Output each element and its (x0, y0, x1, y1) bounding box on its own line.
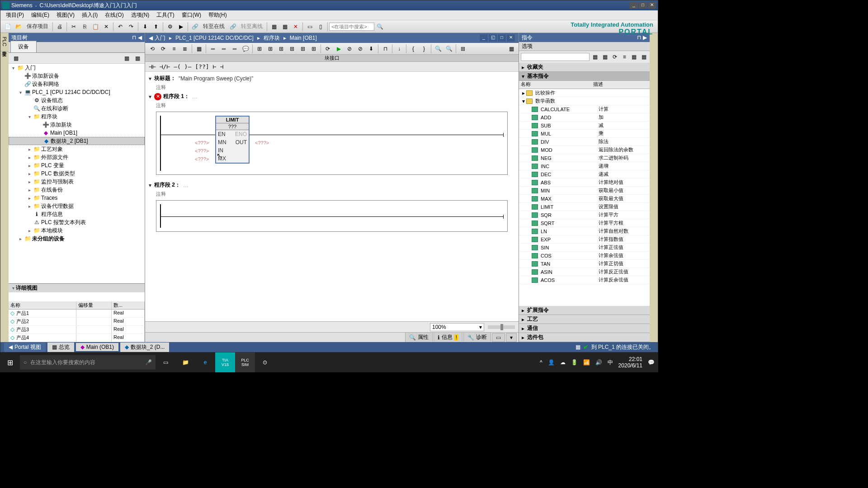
etb-icon[interactable]: ⊘ (344, 44, 354, 54)
instruction-row[interactable]: SQR计算平方 (519, 211, 650, 219)
maximize-button[interactable]: □ (639, 2, 647, 9)
collapse-icon[interactable]: ▾ (522, 73, 524, 80)
detail-view-header[interactable]: ▾ 详细视图 (9, 283, 145, 292)
cloud-icon[interactable]: ☁ (560, 359, 566, 366)
expand-icon[interactable]: ▸ (27, 204, 32, 209)
tree-traces[interactable]: Traces (41, 195, 57, 201)
fb-mn[interactable]: MN (218, 139, 226, 145)
collapse-icon[interactable]: ▾ (149, 75, 154, 82)
ext-instructions-header[interactable]: ▸扩展指令 (519, 306, 650, 315)
instruction-row[interactable]: INC递增 (519, 162, 650, 170)
tree-add-block[interactable]: 添加新块 (50, 121, 72, 129)
redo-icon[interactable]: ↷ (126, 22, 136, 32)
tree-online-diag[interactable]: 在线和诊断 (41, 105, 68, 113)
etb-icon[interactable]: ⟳ (158, 44, 168, 54)
cut-icon[interactable]: ✂ (69, 22, 79, 32)
tech-header[interactable]: ▸工艺 (519, 315, 650, 324)
instructions-table[interactable]: 名称 描述 ▸ 比较操作 ▾ 数学函数 CALCULATE计算ADD加SUB减M… (519, 81, 650, 306)
expand-icon[interactable]: ▸ (522, 307, 524, 314)
tab-db2[interactable]: ◆ 数据块_2 (D... (120, 343, 169, 352)
instruction-row[interactable]: SIN计算正弦值 (519, 244, 650, 252)
status-area-icon[interactable]: ▦ (576, 344, 580, 350)
menu-online[interactable]: 在线(O) (101, 10, 127, 20)
people-icon[interactable]: 👤 (548, 359, 555, 366)
tab-collapse-icon[interactable]: ▾ (506, 333, 517, 342)
etb-icon[interactable]: } (419, 44, 429, 54)
left-sidebar-tab[interactable]: PLC 变量 (0, 33, 9, 52)
instruction-row[interactable]: SUB减 (519, 122, 650, 130)
tree-devices-networks[interactable]: 设备和网络 (32, 80, 59, 88)
tia-portal-icon[interactable]: TIAV15 (215, 352, 235, 372)
instruction-row[interactable]: DEC递减 (519, 170, 650, 178)
bc-back-icon[interactable]: ◀ (149, 35, 153, 41)
detail-row[interactable]: ◇产品1Real (9, 310, 145, 318)
coil-icon[interactable]: —( )— (174, 63, 191, 70)
notifications-icon[interactable]: 💬 (648, 359, 655, 366)
project-tree[interactable]: ▾ 📁 入门 ➕ 添加新设备 🔗 设备和网络 ▾ 💻 PLC_ (9, 64, 145, 283)
folder-compare[interactable]: 比较操作 (533, 89, 557, 96)
tree-view-icon[interactable]: ▦ (122, 53, 132, 63)
delete-icon[interactable]: ✕ (101, 22, 111, 32)
split-v-icon[interactable]: ▯ (316, 22, 326, 32)
network-1-title[interactable]: 程序段 1： (163, 93, 189, 100)
comm-header[interactable]: ▸通信 (519, 324, 650, 333)
etb-icon[interactable]: ⊘ (355, 44, 365, 54)
print-icon[interactable]: 🖨 (55, 22, 65, 32)
tree-device-config[interactable]: 设备组态 (41, 97, 63, 104)
col-data[interactable]: 数... (112, 301, 145, 309)
col-name[interactable]: 名称 (519, 81, 591, 89)
paste-icon[interactable]: 📋 (90, 22, 100, 32)
tree-backup[interactable]: 在线备份 (41, 186, 63, 194)
detail-row[interactable]: ◇产品2Real (9, 318, 145, 326)
tree-tech[interactable]: 工艺对象 (41, 145, 63, 153)
expand-icon[interactable]: ▸ (27, 188, 32, 192)
project-search-input[interactable] (329, 23, 374, 31)
tree-proxy[interactable]: 设备代理数据 (41, 202, 74, 210)
branch-open-icon[interactable]: ⊢ (213, 63, 217, 70)
instruction-row[interactable]: EXP计算指数值 (519, 235, 650, 244)
instruction-row[interactable]: MIN获取最小值 (519, 187, 650, 195)
tab-devices[interactable]: 设备 (10, 41, 37, 52)
expand-icon[interactable]: ▸ (521, 90, 526, 96)
block-comment[interactable]: 注释 (145, 83, 519, 92)
etb-icon[interactable]: ⟳ (323, 44, 333, 54)
editor-close-icon[interactable]: ✕ (507, 34, 515, 42)
instruction-row[interactable]: LIMIT设置限值 (519, 203, 650, 211)
explorer-icon[interactable]: 📁 (175, 352, 195, 372)
col-name[interactable]: 名称 (9, 301, 76, 309)
collapse-icon[interactable]: ▾ (521, 98, 526, 104)
menu-project[interactable]: 项目(P) (2, 10, 28, 20)
expand-icon[interactable]: ▸ (18, 236, 23, 241)
copy-icon[interactable]: ⎘ (80, 22, 90, 32)
etb-icon[interactable]: ↓ (394, 44, 404, 54)
etb-icon[interactable]: ▦ (194, 44, 204, 54)
basic-instructions-header[interactable]: ▾ 基本指令 (519, 72, 650, 81)
etb-icon[interactable]: 💬 (241, 44, 250, 54)
etb-icon[interactable]: { (408, 44, 418, 54)
network-1-area[interactable]: LIMIT ??? ENENO MNOUT IN MX <???> <???> … (156, 112, 508, 175)
tab-properties[interactable]: 🔍属性 (405, 332, 433, 343)
tree-plc[interactable]: PLC_1 [CPU 1214C DC/DC/DC] (32, 89, 110, 95)
tree-plc-vars[interactable]: PLC 变量 (41, 162, 64, 169)
menu-help[interactable]: 帮助(H) (205, 10, 231, 20)
tree-sync-icon[interactable]: ▦ (132, 53, 142, 63)
collapse-icon[interactable]: ▾ (18, 90, 23, 95)
undo-icon[interactable]: ↶ (115, 22, 125, 32)
expand-icon[interactable]: ▸ (27, 171, 32, 176)
instruction-row[interactable]: ADD加 (519, 113, 650, 122)
menu-options[interactable]: 选项(N) (127, 10, 153, 20)
fb-type[interactable]: ??? (216, 123, 249, 130)
tab-diagnostics[interactable]: 🔧诊断 (463, 332, 491, 343)
contact-nc-icon[interactable]: ⊣/⊢ (160, 63, 170, 70)
save-button[interactable]: 保存项目 (24, 23, 51, 30)
collapse-icon[interactable]: ▾ (149, 94, 154, 100)
expand-icon[interactable]: ▸ (522, 64, 524, 70)
simulate-icon[interactable]: ▶ (176, 22, 186, 32)
editor-maximize-icon[interactable]: □ (498, 34, 506, 42)
download-icon[interactable]: ⬇ (140, 22, 150, 32)
instruction-row[interactable]: MOD返回除法的余数 (519, 146, 650, 154)
panel-pin-icon[interactable]: ⊓ (132, 34, 136, 41)
menu-insert[interactable]: 插入(I) (78, 10, 101, 20)
tree-prog-info[interactable]: 程序信息 (41, 211, 63, 218)
instruction-row[interactable]: ASIN计算反正弦值 (519, 268, 650, 276)
